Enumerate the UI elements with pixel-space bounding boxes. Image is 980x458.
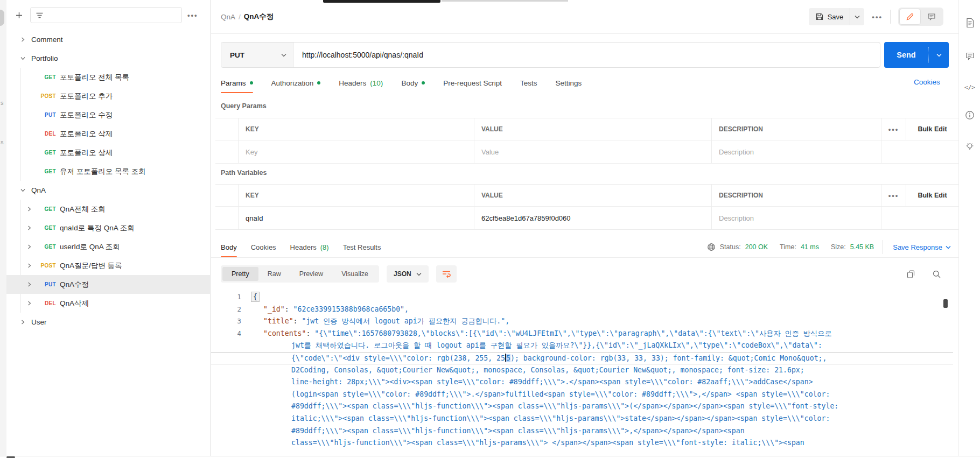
- new-collection-button[interactable]: [12, 8, 26, 22]
- tab-pre-request-script[interactable]: Pre-request Script: [443, 73, 502, 93]
- sidebar-request[interactable]: DEL QnA삭제: [6, 294, 210, 313]
- json-value: italic;\\\"><span class=\\\"hljs-functio…: [291, 414, 830, 422]
- tab-label: Headers: [339, 79, 366, 87]
- size-label: Size:: [831, 243, 846, 251]
- sidebar-request[interactable]: POST 포토폴리오 추가: [6, 87, 210, 105]
- wrap-text-button[interactable]: [436, 265, 457, 283]
- row-select[interactable]: [215, 207, 239, 229]
- view-pretty[interactable]: Pretty: [222, 267, 258, 281]
- sidebar-request[interactable]: POST QnA질문/답변 등록: [6, 256, 210, 275]
- more-icon: •••: [888, 192, 899, 200]
- bottom-edge: [0, 456, 980, 458]
- comments-button[interactable]: [921, 9, 942, 24]
- sidebar-request[interactable]: PUT 포토폴리오 수정: [6, 105, 210, 124]
- value-input[interactable]: Value: [474, 140, 712, 163]
- tab-label: Params: [221, 79, 246, 87]
- breadcrumb-collection[interactable]: QnA: [221, 13, 235, 21]
- sidebar-item-qna[interactable]: QnA: [6, 181, 210, 200]
- code-line: 4 "contents": "{\"time\":1657680793828,\…: [211, 328, 953, 340]
- globe-icon: [707, 243, 716, 251]
- tab-label: Settings: [555, 79, 582, 87]
- breadcrumb: QnA / QnA수정: [221, 12, 274, 22]
- save-options-button[interactable]: [850, 15, 864, 19]
- response-status-bar: Status: 200 OK Time: 41 ms Size: 5.45 KB…: [707, 237, 951, 257]
- sidebar-request[interactable]: GET 포토폴리오 상세: [6, 143, 210, 162]
- response-tab-body[interactable]: Body: [221, 237, 237, 257]
- key-input[interactable]: Key: [239, 140, 474, 163]
- description-input[interactable]: Description: [712, 140, 881, 163]
- line-number: [211, 437, 241, 449]
- chevron-down-icon: [946, 245, 951, 249]
- pull-request-tips-button[interactable]: [963, 140, 976, 153]
- request-more-button[interactable]: •••: [872, 13, 883, 21]
- params-more-button[interactable]: •••: [881, 118, 906, 140]
- sidebar-request[interactable]: GET 포토폴리오 전체 목록: [6, 68, 210, 87]
- save-response-button[interactable]: Save Response: [893, 243, 951, 251]
- empty-cell: [906, 207, 958, 229]
- scrollbar-thumb[interactable]: [943, 299, 948, 308]
- bulk-edit-button[interactable]: Bulk Edit: [906, 118, 958, 140]
- green-dot: [250, 81, 253, 84]
- url-input[interactable]: http://localhost:5000/api/qnas/:qnaId: [293, 43, 423, 67]
- response-body-editor[interactable]: 1 { 2 "_id": "62ce339915388b968ca665b0",…: [211, 291, 953, 456]
- method-select[interactable]: PUT: [221, 43, 293, 67]
- spacer: [25, 130, 33, 138]
- copy-response-button[interactable]: [904, 267, 918, 281]
- cookies-link[interactable]: Cookies: [914, 78, 940, 86]
- sidebar-item-portfolio[interactable]: Portfolio: [6, 49, 210, 68]
- sidebar-request[interactable]: GET qnaId로 특정 QnA 조회: [6, 219, 210, 237]
- divider: [890, 10, 891, 24]
- value-input[interactable]: 62cf5ea8e1d67a7859f0d060: [474, 207, 712, 229]
- description-input[interactable]: Description: [712, 207, 881, 229]
- sidebar-request[interactable]: GET userId로 QnA 조회: [6, 237, 210, 256]
- response-tab-headers[interactable]: Headers(8): [290, 237, 329, 257]
- tab-params[interactable]: Params: [221, 73, 253, 93]
- chevron-down-icon: [281, 53, 286, 57]
- format-select[interactable]: JSON: [387, 265, 429, 283]
- params-more-button[interactable]: •••: [881, 185, 906, 206]
- select-column: [215, 185, 239, 206]
- search-response-button[interactable]: [929, 267, 943, 281]
- folder-label: Comment: [31, 36, 63, 44]
- row-select[interactable]: [215, 140, 239, 163]
- sidebar-item-comment[interactable]: Comment: [6, 30, 210, 49]
- sidebar-more-button[interactable]: •••: [187, 11, 198, 19]
- panel-resize-handle[interactable]: [0, 10, 4, 26]
- collections-sidebar: ••• Comment Portfolio GET 포토폴리오 전체 목록 PO…: [6, 0, 211, 458]
- edit-mode-button[interactable]: [900, 9, 920, 24]
- send-button[interactable]: Send: [884, 51, 928, 59]
- sidebar-request-selected[interactable]: PUT QnA수정: [6, 275, 210, 294]
- tab-settings[interactable]: Settings: [555, 73, 582, 93]
- tab-tests[interactable]: Tests: [520, 73, 537, 93]
- view-raw[interactable]: Raw: [258, 267, 290, 281]
- url-bar: PUT http://localhost:5000/api/qnas/:qnaI…: [221, 42, 880, 68]
- key-input[interactable]: qnaId: [239, 207, 474, 229]
- tab-body[interactable]: Body: [401, 73, 425, 93]
- sidebar-request[interactable]: GET 유저 포토폴리오 목록 조회: [6, 162, 210, 181]
- chevron-right-icon: [25, 300, 33, 307]
- code-snippet-button[interactable]: </>: [963, 81, 976, 94]
- sidebar-item-user[interactable]: User: [6, 313, 210, 332]
- bulk-edit-button[interactable]: Bulk Edit: [906, 185, 958, 206]
- empty-cell: [881, 140, 906, 163]
- sidebar-filter-input[interactable]: [30, 7, 182, 23]
- response-tabs: Body Cookies Headers(8) Test Results: [221, 237, 381, 257]
- tab-headers[interactable]: Headers(10): [339, 73, 383, 93]
- request-info-button[interactable]: [963, 109, 976, 122]
- method-badge: GET: [33, 206, 56, 212]
- tab-authorization[interactable]: Authorization: [271, 73, 321, 93]
- documentation-button[interactable]: [963, 16, 976, 29]
- send-options-button[interactable]: [929, 53, 949, 57]
- request-label: QnA전체 조회: [60, 205, 106, 214]
- response-tab-test-results[interactable]: Test Results: [343, 237, 381, 257]
- view-preview[interactable]: Preview: [290, 267, 332, 281]
- tab-label: Body: [221, 243, 237, 251]
- sidebar-request[interactable]: GET QnA전체 조회: [6, 200, 210, 219]
- save-button[interactable]: Save: [809, 12, 850, 21]
- response-tab-cookies[interactable]: Cookies: [251, 237, 276, 257]
- sidebar-request[interactable]: DEL 포토폴리오 삭제: [6, 124, 210, 143]
- clipped-label: s: [1, 139, 4, 145]
- breadcrumb-request-name[interactable]: QnA수정: [244, 12, 274, 22]
- view-visualize[interactable]: Visualize: [332, 267, 377, 281]
- comments-rail-button[interactable]: [963, 50, 976, 62]
